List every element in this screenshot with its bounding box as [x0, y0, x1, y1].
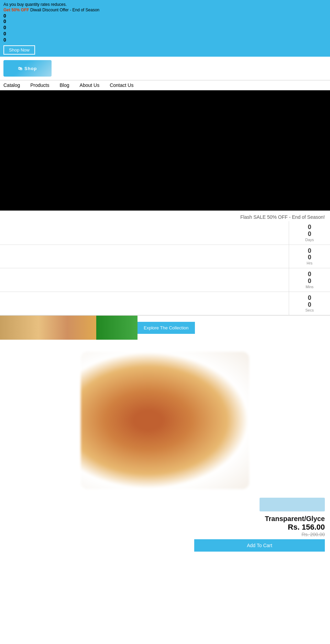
- product-price-new: Rs. 156.00: [288, 523, 325, 532]
- timer-mins-val1: 0: [308, 271, 311, 278]
- nav-bar: Catalog Products Blog About Us Contact U…: [0, 80, 330, 90]
- countdown-digit-1: 0: [3, 13, 327, 19]
- countdown-digit-2: 0: [3, 19, 327, 24]
- timer-mins-row: 0 0 Mins: [0, 268, 330, 292]
- timer-mins-box: 0 0 Mins: [289, 268, 330, 292]
- countdown-row-3: 0: [3, 31, 327, 36]
- countdown-row-2: 0: [3, 25, 327, 30]
- logo-text: 🛍 Shop: [18, 66, 37, 71]
- timer-hrs-val1: 0: [308, 248, 311, 255]
- timer-secs-row: 0 0 Secs: [0, 292, 330, 316]
- timer-secs-left: [0, 301, 289, 306]
- nav-catalog[interactable]: Catalog: [3, 82, 20, 88]
- timer-days-image: [0, 221, 289, 245]
- explore-collection-button[interactable]: Explore The Collection: [138, 322, 195, 334]
- timer-hrs-label: Hrs: [307, 261, 312, 265]
- flash-sale-header: Flash SALE 50% OFF - End of Season!: [0, 211, 330, 221]
- announcement-tagline: As you buy quantity rates reduces.: [3, 2, 327, 7]
- nav-contact[interactable]: Contact Us: [110, 82, 133, 88]
- timer-days-row: 0 0 Days: [0, 221, 330, 245]
- timer-days-val1: 0: [308, 224, 311, 231]
- flash-bottom-row: Explore The Collection: [0, 315, 330, 340]
- countdown-digit-5: 0: [3, 37, 327, 43]
- logo-area: 🛍 Shop: [0, 57, 330, 80]
- nav-about[interactable]: About Us: [80, 82, 100, 88]
- timer-mins-val2: 0: [308, 278, 311, 285]
- countdown-digit-3: 0: [3, 25, 327, 30]
- nav-products[interactable]: Products: [30, 82, 49, 88]
- countdown-row-1: 0 0: [3, 13, 327, 24]
- timer-hrs-box: 0 0 Hrs: [289, 245, 330, 268]
- timer-mins-left: [0, 277, 289, 283]
- shop-now-button[interactable]: Shop Now: [3, 45, 35, 55]
- add-to-cart-button[interactable]: Add To Cart: [194, 539, 325, 552]
- promo-line: Get 50% OFF Diwali Discount Offer - End …: [3, 8, 327, 12]
- promo-label: Get 50% OFF: [3, 8, 29, 12]
- timer-mins-label: Mins: [306, 285, 314, 289]
- flash-sale-section: Flash SALE 50% OFF - End of Season! 0 0 …: [0, 211, 330, 340]
- announcement-bar: As you buy quantity rates reduces. Get 5…: [0, 0, 330, 57]
- timer-days-val2: 0: [308, 231, 311, 238]
- flash-green-bar: [96, 316, 138, 340]
- product-tag-blur: [260, 498, 325, 511]
- product-image-area: [72, 347, 258, 494]
- timer-hrs-val2: 0: [308, 254, 311, 261]
- product-title: Transparent/Glyce: [265, 515, 325, 523]
- product-info-area: Transparent/Glyce Rs. 156.00 Rs. 200.00 …: [0, 494, 330, 555]
- timer-secs-val2: 0: [308, 302, 311, 308]
- countdown-row-4: 0: [3, 37, 327, 43]
- timer-secs-label: Secs: [305, 308, 314, 312]
- logo[interactable]: 🛍 Shop: [3, 60, 52, 77]
- timer-secs-val1: 0: [308, 295, 311, 302]
- timer-days-box: 0 0 Days: [289, 221, 330, 245]
- timer-secs-box: 0 0 Secs: [289, 292, 330, 315]
- timer-days-label: Days: [305, 238, 314, 242]
- flash-thumb-image: [0, 316, 96, 340]
- countdown-digit-4: 0: [3, 31, 327, 36]
- nav-blog[interactable]: Blog: [60, 82, 69, 88]
- product-price-old: Rs. 200.00: [301, 532, 325, 537]
- promo-text: Diwali Discount Offer - End of Season: [30, 8, 99, 12]
- product-section: Transparent/Glyce Rs. 156.00 Rs. 200.00 …: [0, 340, 330, 555]
- timer-hrs-row: 0 0 Hrs: [0, 245, 330, 269]
- product-image: [81, 352, 249, 489]
- hero-section: [0, 90, 330, 211]
- timer-hrs-left: [0, 253, 289, 259]
